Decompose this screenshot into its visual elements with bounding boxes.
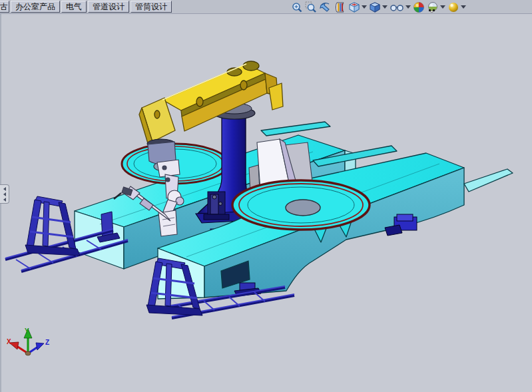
- aframe-inner-post: [43, 202, 49, 246]
- tab-tubing-design[interactable]: 管筒设计: [131, 1, 172, 13]
- hide-show-items-icon[interactable]: [390, 1, 411, 13]
- command-tabs: 古 办公室产品 电气 管道设计 管筒设计: [0, 0, 173, 13]
- z-axis-label: Z: [45, 339, 49, 346]
- tab-office-products[interactable]: 办公室产品: [11, 1, 60, 13]
- aframe-inner-post: [165, 264, 172, 306]
- tab-piping-design[interactable]: 管道设计: [88, 1, 129, 13]
- hide-show-dropdown[interactable]: [405, 5, 411, 9]
- view-orientation-dropdown[interactable]: [362, 5, 367, 9]
- previous-view-icon[interactable]: [319, 1, 332, 13]
- heads-up-toolbar: [291, 1, 468, 13]
- apply-scene-icon[interactable]: [427, 1, 445, 13]
- view-settings-icon[interactable]: [447, 1, 466, 13]
- joint-dot-1: [166, 178, 170, 182]
- command-bar: 古 办公室产品 电气 管道设计 管筒设计: [0, 0, 532, 14]
- apply-scene-dropdown[interactable]: [440, 5, 445, 9]
- column-motor-unit: [204, 192, 229, 220]
- view-orientation-icon[interactable]: [348, 1, 367, 13]
- boom-side-hole-2: [240, 81, 247, 90]
- tab-clipped[interactable]: 古: [0, 1, 9, 13]
- graphics-viewport[interactable]: X Y Z: [0, 0, 532, 392]
- right-turntable-ring[interactable]: [232, 180, 370, 230]
- zoom-to-area-icon[interactable]: [305, 1, 317, 13]
- x-axis-label: X: [7, 338, 11, 345]
- triad-origin: [25, 351, 31, 355]
- application-window: X Y Z 古 办公室产品 电气 管道设计 管筒设计: [0, 0, 532, 392]
- boom-bend-hole: [154, 110, 160, 118]
- zoom-to-fit-icon[interactable]: [291, 1, 303, 13]
- tab-electrical[interactable]: 电气: [61, 1, 87, 13]
- robot-elbow-cap: [176, 197, 184, 205]
- display-style-icon[interactable]: [369, 1, 388, 13]
- boom-side-hole-1: [196, 97, 203, 106]
- collapse-arrow-icon: [3, 187, 6, 191]
- joint-dot-2: [162, 166, 166, 170]
- panel-collapse-handle[interactable]: [0, 184, 9, 204]
- section-view-icon[interactable]: [334, 1, 346, 13]
- boom-top-hole-2: [243, 61, 259, 71]
- collapse-arrow-icon: [3, 192, 6, 196]
- y-axis-label: Y: [25, 327, 29, 335]
- display-style-dropdown[interactable]: [382, 5, 388, 9]
- collapse-arrow-icon: [3, 198, 6, 202]
- ring-center-hole: [286, 200, 320, 216]
- edit-appearance-icon[interactable]: [413, 1, 425, 13]
- robot-shoulder: [157, 160, 180, 177]
- view-settings-dropdown[interactable]: [461, 5, 466, 9]
